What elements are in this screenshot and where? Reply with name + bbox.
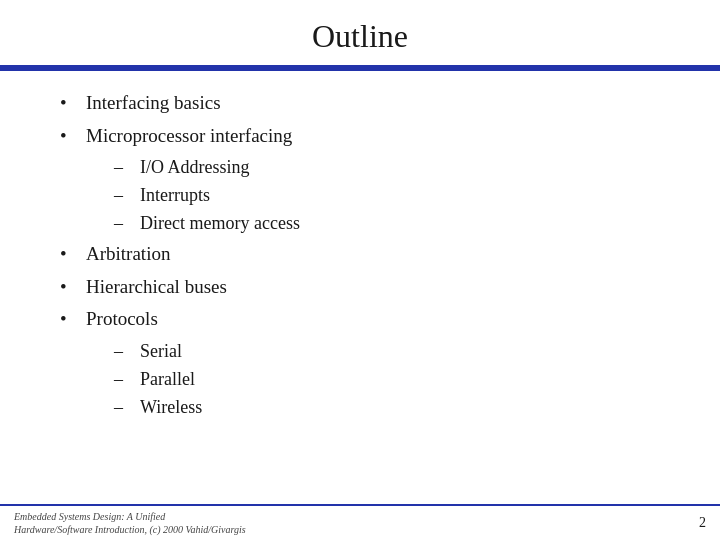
- sub-item-2-2: – Interrupts: [114, 182, 660, 209]
- sub-item-5-1: – Serial: [114, 338, 660, 365]
- bullet-text-4: Hierarchical buses: [86, 273, 227, 302]
- sub-list-2: – I/O Addressing – Interrupts – Direct m…: [114, 154, 660, 238]
- footer-line1: Embedded Systems Design: A Unified: [14, 510, 246, 523]
- bullet-item-4: • Hierarchical buses: [60, 273, 660, 302]
- sub-text-2-2: Interrupts: [140, 182, 210, 209]
- bullet-dot-3: •: [60, 240, 82, 269]
- sub-item-5-2: – Parallel: [114, 366, 660, 393]
- sub-item-2-1: – I/O Addressing: [114, 154, 660, 181]
- sub-item-2-3: – Direct memory access: [114, 210, 660, 237]
- bullet-text-3: Arbitration: [86, 240, 170, 269]
- footer-page-number: 2: [699, 515, 706, 531]
- sub-text-2-3: Direct memory access: [140, 210, 300, 237]
- bullet-text-2: Microprocessor interfacing: [86, 122, 292, 151]
- footer-line2: Hardware/Software Introduction, (c) 2000…: [14, 523, 246, 536]
- sub-text-5-2: Parallel: [140, 366, 195, 393]
- content-area: • Interfacing basics • Microprocessor in…: [0, 71, 720, 540]
- sub-item-5-3: – Wireless: [114, 394, 660, 421]
- bullet-text-5: Protocols: [86, 305, 158, 334]
- sub-text-5-3: Wireless: [140, 394, 202, 421]
- bullet-dot-4: •: [60, 273, 82, 302]
- sub-dash: –: [114, 338, 136, 365]
- bullet-dot-2: •: [60, 122, 82, 151]
- footer-bar: Embedded Systems Design: A Unified Hardw…: [0, 504, 720, 540]
- sub-text-5-1: Serial: [140, 338, 182, 365]
- sub-dash: –: [114, 366, 136, 393]
- sub-dash: –: [114, 394, 136, 421]
- sub-dash: –: [114, 154, 136, 181]
- bullet-dot-1: •: [60, 89, 82, 118]
- slide-title: Outline: [0, 0, 720, 65]
- bullet-item-3: • Arbitration: [60, 240, 660, 269]
- sub-dash: –: [114, 182, 136, 209]
- sub-dash: –: [114, 210, 136, 237]
- sub-text-2-1: I/O Addressing: [140, 154, 250, 181]
- bullet-dot-5: •: [60, 305, 82, 334]
- bullet-text-1: Interfacing basics: [86, 89, 221, 118]
- bullet-item-5: • Protocols: [60, 305, 660, 334]
- bullet-item-1: • Interfacing basics: [60, 89, 660, 118]
- sub-list-5: – Serial – Parallel – Wireless: [114, 338, 660, 422]
- bullet-item-2: • Microprocessor interfacing: [60, 122, 660, 151]
- footer-text: Embedded Systems Design: A Unified Hardw…: [14, 510, 246, 536]
- slide: Outline • Interfacing basics • Microproc…: [0, 0, 720, 540]
